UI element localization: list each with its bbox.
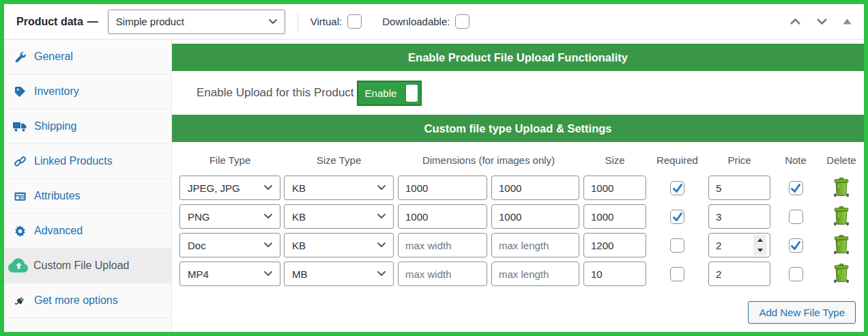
max-length-input[interactable] bbox=[491, 262, 579, 286]
check-icon bbox=[790, 182, 802, 194]
triangle-up-icon bbox=[843, 18, 852, 25]
sidebar-item-label: Advanced bbox=[34, 225, 83, 237]
chevron-down-icon bbox=[269, 19, 277, 25]
size-type-value: KB bbox=[292, 182, 306, 194]
sidebar-item-label: Shipping bbox=[34, 120, 76, 132]
chevron-down-icon bbox=[264, 271, 272, 277]
sidebar-item-shipping[interactable]: Shipping bbox=[4, 109, 171, 144]
price-input[interactable] bbox=[708, 204, 770, 229]
file-type-select[interactable]: PNG bbox=[179, 204, 280, 229]
max-width-input[interactable] bbox=[398, 176, 487, 200]
delete-trash-button[interactable] bbox=[833, 206, 850, 227]
table-row: MP4 MB bbox=[179, 262, 864, 286]
chevron-down-icon bbox=[377, 185, 386, 191]
product-data-metabox: Product data — Simple product Virtual: D… bbox=[0, 0, 868, 336]
size-type-select[interactable]: KB bbox=[284, 204, 394, 229]
chevron-down-icon bbox=[264, 242, 272, 248]
spinner-up-icon[interactable] bbox=[757, 238, 763, 242]
note-checkbox[interactable] bbox=[789, 210, 803, 224]
cloud-upload-icon bbox=[7, 257, 30, 274]
list-card-icon bbox=[12, 190, 27, 203]
size-type-select[interactable]: KB bbox=[284, 233, 394, 257]
check-icon bbox=[671, 211, 684, 223]
file-type-value: PNG bbox=[188, 211, 210, 223]
number-spinner[interactable] bbox=[753, 235, 766, 255]
file-type-select[interactable]: MP4 bbox=[179, 262, 280, 286]
sidebar-item-linked-products[interactable]: Linked Products bbox=[4, 144, 171, 179]
price-input[interactable] bbox=[708, 176, 770, 200]
size-type-value: MB bbox=[292, 268, 308, 280]
max-length-input[interactable] bbox=[491, 176, 579, 200]
required-checkbox[interactable] bbox=[670, 267, 684, 281]
table-row: Doc KB bbox=[179, 233, 864, 257]
size-input[interactable] bbox=[583, 204, 646, 229]
sidebar-item-inventory[interactable]: Inventory bbox=[4, 74, 171, 109]
trash-bin-icon bbox=[833, 206, 850, 227]
size-type-select[interactable]: KB bbox=[284, 176, 394, 200]
virtual-label: Virtual: bbox=[310, 16, 342, 27]
delete-trash-button[interactable] bbox=[833, 264, 850, 284]
downloadable-label: Downloadable: bbox=[382, 16, 450, 27]
file-type-select[interactable]: JPEG, JPG bbox=[179, 176, 280, 200]
toggle-panel-button[interactable] bbox=[843, 18, 852, 25]
sidebar-item-general[interactable]: General bbox=[4, 40, 171, 74]
col-required: Required bbox=[646, 154, 708, 166]
plugin-icon bbox=[12, 294, 27, 307]
col-note: Note bbox=[770, 154, 821, 166]
tag-icon bbox=[12, 85, 27, 98]
filetype-rows: JPEG, JPG KB PNG KB bbox=[179, 176, 864, 286]
size-input[interactable] bbox=[583, 233, 646, 257]
col-size: Size bbox=[583, 154, 646, 166]
required-checkbox[interactable] bbox=[670, 210, 684, 224]
spinner-down-icon[interactable] bbox=[757, 249, 763, 252]
sidebar-item-advanced[interactable]: Advanced bbox=[4, 214, 171, 249]
sidebar-item-get-more-options[interactable]: Get more options bbox=[4, 283, 171, 318]
product-data-tabs: General Inventory Shipping bbox=[4, 40, 172, 332]
sidebar-item-attributes[interactable]: Attributes bbox=[4, 179, 171, 214]
check-icon bbox=[671, 182, 684, 194]
gear-icon bbox=[12, 225, 27, 238]
sidebar-item-label: Linked Products bbox=[34, 155, 113, 167]
note-checkbox[interactable] bbox=[789, 181, 803, 195]
enable-upload-row: Enable Upload for this Product Enable bbox=[172, 71, 864, 115]
note-checkbox[interactable] bbox=[789, 238, 803, 253]
metabox-title: Product data bbox=[16, 16, 83, 28]
virtual-checkbox[interactable] bbox=[347, 14, 362, 29]
required-checkbox[interactable] bbox=[670, 238, 684, 253]
delete-trash-button[interactable] bbox=[833, 235, 850, 255]
size-input[interactable] bbox=[583, 262, 646, 286]
note-checkbox[interactable] bbox=[789, 267, 803, 281]
chevron-down-icon bbox=[377, 271, 386, 277]
sidebar-item-label: General bbox=[34, 51, 73, 63]
price-input[interactable] bbox=[708, 262, 770, 286]
chevron-down-icon bbox=[264, 185, 272, 191]
move-up-button[interactable] bbox=[790, 18, 801, 25]
max-width-input[interactable] bbox=[398, 204, 487, 229]
product-type-select[interactable]: Simple product bbox=[108, 10, 285, 34]
max-length-input[interactable] bbox=[491, 233, 579, 257]
add-new-file-type-button[interactable]: Add New File Type bbox=[748, 301, 856, 324]
enable-toggle[interactable]: Enable bbox=[357, 81, 422, 106]
col-price: Price bbox=[708, 154, 770, 166]
trash-bin-icon bbox=[833, 178, 850, 198]
sidebar-item-label: Inventory bbox=[34, 85, 79, 98]
col-file-type: File Type bbox=[179, 154, 280, 166]
size-input[interactable] bbox=[583, 176, 646, 200]
file-type-select[interactable]: Doc bbox=[179, 233, 280, 257]
trash-bin-icon bbox=[833, 235, 850, 255]
max-width-input[interactable] bbox=[398, 262, 487, 286]
max-length-input[interactable] bbox=[491, 204, 579, 229]
filetypes-section-header: Custom file type Upload & Settings bbox=[172, 115, 864, 142]
table-row: PNG KB bbox=[179, 204, 864, 229]
required-checkbox[interactable] bbox=[670, 181, 684, 195]
sidebar-item-custom-file-upload[interactable]: Custom File Upload bbox=[4, 249, 171, 283]
delete-trash-button[interactable] bbox=[833, 178, 850, 198]
max-width-input[interactable] bbox=[398, 233, 487, 257]
file-type-value: JPEG, JPG bbox=[188, 182, 240, 194]
chevron-down-icon bbox=[816, 18, 828, 25]
size-type-select[interactable]: MB bbox=[284, 262, 394, 286]
file-type-value: MP4 bbox=[188, 268, 209, 280]
downloadable-checkbox[interactable] bbox=[455, 14, 469, 29]
size-type-value: KB bbox=[292, 211, 306, 223]
move-down-button[interactable] bbox=[816, 18, 828, 25]
